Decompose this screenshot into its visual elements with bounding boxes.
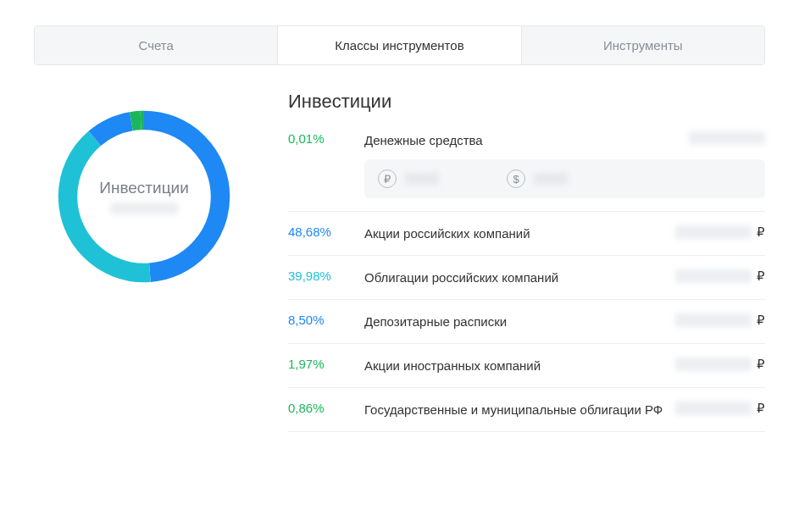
tab-0[interactable]: Счета xyxy=(35,26,278,64)
asset-row[interactable]: 0,86%Государственные и муниципальные обл… xyxy=(288,388,765,432)
asset-row[interactable]: 1,97%Акции иностранных компаний₽ xyxy=(288,344,765,388)
list-area: Инвестиции 0,01%Денежные средства₽$48,68… xyxy=(288,91,765,432)
asset-label: Государственные и муниципальные облигаци… xyxy=(364,401,665,418)
asset-percent: 48,68% xyxy=(288,224,364,239)
currency-symbol: ₽ xyxy=(757,269,765,284)
donut-chart: Инвестиции xyxy=(55,108,233,285)
asset-row-body: Акции российских компаний₽ xyxy=(364,224,765,242)
donut-title: Инвестиции xyxy=(99,179,189,197)
asset-row-body: Государственные и муниципальные облигаци… xyxy=(364,401,765,418)
asset-row-body: Депозитарные расписки₽ xyxy=(364,313,765,330)
tab-1[interactable]: Классы инструментов xyxy=(278,26,521,64)
asset-row-main: Денежные средства xyxy=(364,131,765,149)
currency-icon: ₽ xyxy=(378,169,397,188)
amount-redacted xyxy=(675,357,752,371)
asset-amount: ₽ xyxy=(675,224,765,240)
asset-label: Денежные средства xyxy=(364,131,679,149)
asset-percent: 0,01% xyxy=(288,131,364,146)
asset-row-main: Депозитарные расписки₽ xyxy=(364,313,765,330)
tabs-bar: СчетаКлассы инструментовИнструменты xyxy=(34,25,765,65)
asset-label: Акции российских компаний xyxy=(364,224,665,242)
asset-label: Акции иностранных компаний xyxy=(364,357,665,374)
cash-currency-item: $ xyxy=(507,169,568,188)
asset-percent: 0,86% xyxy=(288,401,364,415)
asset-row[interactable]: 8,50%Депозитарные расписки₽ xyxy=(288,300,765,344)
asset-percent: 8,50% xyxy=(288,313,364,327)
asset-row[interactable]: 48,68%Акции российских компаний₽ xyxy=(288,212,765,256)
asset-row-main: Государственные и муниципальные облигаци… xyxy=(364,401,765,418)
cash-amount-redacted xyxy=(534,173,568,185)
cash-amount-redacted xyxy=(405,173,439,185)
donut-center: Инвестиции xyxy=(99,179,189,214)
amount-redacted xyxy=(675,313,752,327)
amount-redacted xyxy=(675,225,752,239)
cash-detail-panel: ₽$ xyxy=(364,159,765,198)
currency-symbol: ₽ xyxy=(757,357,765,372)
tab-2[interactable]: Инструменты xyxy=(522,26,764,64)
amount-redacted xyxy=(689,131,765,145)
asset-row-main: Акции иностранных компаний₽ xyxy=(364,357,765,374)
asset-amount: ₽ xyxy=(675,269,765,284)
amount-redacted xyxy=(675,269,752,283)
chart-area: Инвестиции xyxy=(34,91,254,432)
asset-row[interactable]: 39,98%Облигации российских компаний₽ xyxy=(288,256,765,300)
asset-percent: 1,97% xyxy=(288,357,364,371)
asset-row-main: Облигации российских компаний₽ xyxy=(364,269,765,286)
currency-symbol: ₽ xyxy=(757,313,765,328)
content: Инвестиции Инвестиции 0,01%Денежные сред… xyxy=(34,91,765,432)
currency-symbol: ₽ xyxy=(757,401,765,416)
asset-amount: ₽ xyxy=(675,357,765,372)
amount-redacted xyxy=(675,402,752,415)
cash-currency-item: ₽ xyxy=(378,169,439,188)
currency-icon: $ xyxy=(507,169,525,188)
asset-amount: ₽ xyxy=(675,401,765,416)
asset-percent: 39,98% xyxy=(288,269,364,283)
asset-row-body: Денежные средства₽$ xyxy=(364,131,765,198)
asset-label: Облигации российских компаний xyxy=(364,269,665,286)
asset-amount: ₽ xyxy=(675,313,765,328)
asset-row-main: Акции российских компаний₽ xyxy=(364,224,765,242)
donut-subtitle-redacted xyxy=(110,202,178,214)
asset-label: Депозитарные расписки xyxy=(364,313,665,330)
list-title: Инвестиции xyxy=(288,91,765,113)
asset-row-body: Облигации российских компаний₽ xyxy=(364,269,765,286)
currency-symbol: ₽ xyxy=(757,224,765,240)
asset-row[interactable]: 0,01%Денежные средства₽$ xyxy=(288,128,765,212)
asset-row-body: Акции иностранных компаний₽ xyxy=(364,357,765,374)
asset-amount xyxy=(689,131,765,145)
